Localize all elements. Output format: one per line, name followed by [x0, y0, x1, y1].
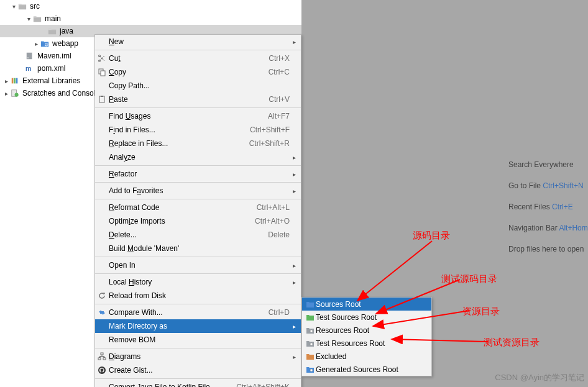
submenu-arrow-icon: ▸ [290, 279, 296, 286]
menu-shortcut: Ctrl+X [269, 54, 290, 63]
diagram-icon [95, 352, 109, 361]
tree-item-label: main [45, 14, 61, 23]
folder-type-icon [305, 366, 316, 373]
menu-item-convert-java-file-to-kotlin-file[interactable]: Convert Java File to Kotlin FileCtrl+Alt… [95, 380, 301, 387]
tip-text: Navigation Bar Alt+Home [508, 224, 588, 232]
svg-rect-12 [101, 71, 105, 76]
menu-item-label: Remove BOM [109, 335, 290, 344]
compare-icon [95, 308, 109, 317]
idea-icon [25, 52, 35, 60]
menu-item-optimize-imports[interactable]: Optimize ImportsCtrl+Alt+O [95, 214, 301, 228]
svg-rect-4 [12, 78, 14, 84]
menu-separator [95, 165, 301, 166]
chevron-right-icon[interactable] [2, 90, 10, 97]
menu-item-label: Convert Java File to Kotlin File [109, 383, 236, 387]
folder-type-icon [305, 314, 316, 321]
menu-item-reformat-code[interactable]: Reformat CodeCtrl+Alt+L [95, 201, 301, 214]
submenu-item-resources-root[interactable]: Resources Root [302, 324, 431, 337]
menu-item-paste[interactable]: PasteCtrl+V [95, 93, 301, 106]
welcome-tips: Search EverywhereGo to File Ctrl+Shift+N… [508, 160, 588, 266]
tree-item-label: Maven.iml [37, 52, 71, 60]
menu-item-copy-path-[interactable]: Copy Path... [95, 79, 301, 93]
svg-point-8 [15, 93, 19, 97]
annotation-test-sources: 测试源码目录 [441, 273, 497, 285]
menu-item-find-in-files-[interactable]: Find in Files...Ctrl+Shift+F [95, 123, 301, 137]
menu-shortcut: Ctrl+Alt+Shift+K [236, 383, 290, 387]
folder-type-icon [305, 353, 316, 360]
menu-separator [95, 348, 301, 348]
svg-rect-13 [99, 96, 104, 102]
github-icon [95, 366, 109, 375]
chevron-down-icon[interactable] [10, 3, 17, 10]
menu-item-local-history[interactable]: Local History▸ [95, 275, 301, 289]
submenu-arrow-icon: ▸ [290, 188, 296, 194]
menu-shortcut: Ctrl+Alt+O [255, 217, 290, 225]
menu-item-label: Delete... [109, 230, 268, 239]
submenu-item-sources-root[interactable]: Sources Root [302, 298, 431, 311]
submenu-arrow-icon: ▸ [290, 171, 296, 178]
submenu-item-test-sources-root[interactable]: Test Sources Root [302, 311, 431, 324]
submenu-item-label: Generated Sources Root [316, 365, 398, 374]
svg-point-18 [98, 367, 106, 374]
lib-icon [10, 76, 20, 85]
context-menu: New▸CutCtrl+XCopyCtrl+CCopy Path...Paste… [94, 34, 301, 387]
menu-shortcut: Ctrl+V [269, 95, 290, 104]
annotation-resources: 资源目录 [462, 306, 500, 317]
menu-item-remove-bom[interactable]: Remove BOM [95, 333, 301, 347]
menu-item-label: Copy [109, 68, 269, 76]
menu-separator [95, 257, 301, 257]
menu-item-analyze[interactable]: Analyze▸ [95, 150, 301, 164]
menu-item-build-module-maven-[interactable]: Build Module 'Maven' [95, 242, 301, 255]
folder-icon [32, 14, 42, 23]
menu-item-cut[interactable]: CutCtrl+X [95, 52, 301, 65]
mark-directory-submenu: Sources RootTest Sources RootResources R… [301, 297, 432, 376]
paste-icon [95, 95, 109, 104]
chevron-right-icon[interactable] [32, 40, 40, 47]
menu-item-open-in[interactable]: Open In▸ [95, 258, 301, 272]
tip-text: Recent Files Ctrl+E [508, 203, 588, 211]
menu-item-compare-with-[interactable]: Compare With...Ctrl+D [95, 306, 301, 319]
svg-rect-16 [98, 358, 101, 360]
svg-rect-2 [27, 58, 29, 58]
menu-shortcut: Delete [268, 230, 290, 239]
menu-item-label: Paste [109, 95, 269, 104]
folder-icon [47, 27, 57, 35]
submenu-item-generated-sources-root[interactable]: Generated Sources Root [302, 363, 431, 376]
submenu-arrow-icon: ▸ [290, 323, 296, 330]
menu-item-label: New [109, 37, 290, 46]
menu-item-replace-in-files-[interactable]: Replace in Files...Ctrl+Shift+R [95, 137, 301, 150]
svg-rect-14 [101, 96, 103, 97]
webfolder-icon [40, 39, 50, 48]
tip-text: Go to File Ctrl+Shift+N [508, 181, 588, 190]
menu-item-diagrams[interactable]: Diagrams▸ [95, 350, 301, 363]
menu-item-label: Cut [109, 54, 269, 63]
menu-item-new[interactable]: New▸ [95, 35, 301, 48]
submenu-item-test-resources-root[interactable]: Test Resources Root [302, 337, 431, 350]
svg-point-19 [310, 330, 313, 332]
menu-item-add-to-favorites[interactable]: Add to Favorites▸ [95, 184, 301, 198]
menu-item-create-gist-[interactable]: Create Gist... [95, 363, 301, 377]
tree-item-src[interactable]: src [0, 0, 301, 12]
menu-shortcut: Ctrl+D [269, 308, 290, 317]
chevron-right-icon[interactable] [2, 78, 10, 84]
menu-item-reload-from-disk[interactable]: Reload from Disk [95, 289, 301, 303]
folder-type-icon [305, 301, 316, 308]
tree-item-main[interactable]: main [0, 12, 301, 25]
submenu-item-excluded[interactable]: Excluded [302, 350, 431, 363]
chevron-down-icon[interactable] [25, 16, 32, 22]
svg-rect-15 [101, 353, 103, 355]
folder-icon [17, 2, 27, 11]
svg-rect-17 [103, 358, 106, 360]
menu-item-delete-[interactable]: Delete...Delete [95, 228, 301, 242]
menu-item-label: Open In [109, 261, 290, 270]
menu-separator [95, 273, 301, 274]
menu-separator [95, 107, 301, 108]
menu-item-refactor[interactable]: Refactor▸ [95, 167, 301, 181]
menu-item-label: Local History [109, 278, 290, 286]
submenu-item-label: Sources Root [316, 300, 361, 309]
menu-separator [95, 50, 301, 50]
menu-item-label: Analyze [109, 153, 290, 162]
menu-item-find-usages[interactable]: Find UsagesAlt+F7 [95, 109, 301, 123]
menu-item-mark-directory-as[interactable]: Mark Directory as▸ [95, 319, 301, 333]
menu-item-copy[interactable]: CopyCtrl+C [95, 65, 301, 79]
